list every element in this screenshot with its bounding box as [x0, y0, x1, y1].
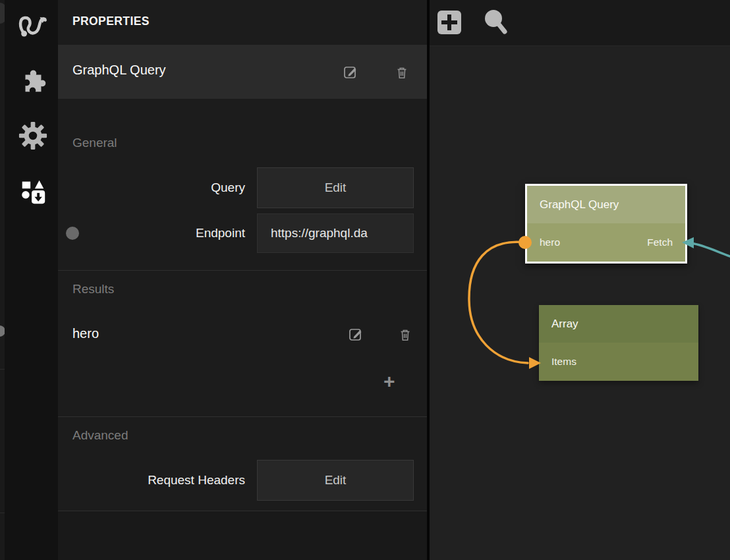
query-edit-button[interactable]: Edit [257, 167, 414, 208]
node-canvas[interactable]: GraphQL Query hero Fetch Array Items [430, 0, 730, 560]
selected-node-name: GraphQL Query [72, 63, 166, 78]
noodl-logo-icon[interactable] [16, 6, 50, 40]
rename-node-icon[interactable] [342, 64, 359, 81]
query-label: Query [72, 181, 245, 195]
selected-node-header[interactable]: GraphQL Query [58, 45, 427, 99]
edit-result-icon[interactable] [347, 326, 364, 343]
section-divider [58, 270, 427, 271]
background-window-edge [0, 0, 5, 560]
add-result-button[interactable]: + [383, 370, 395, 393]
panel-title: PROPERTIES [72, 14, 150, 28]
result-item-name: hero [72, 326, 99, 341]
request-headers-label: Request Headers [72, 473, 245, 488]
request-headers-edit-button[interactable]: Edit [257, 460, 414, 501]
background-blob [0, 3, 5, 24]
section-general-label: General [72, 136, 117, 150]
port-hero[interactable]: hero [540, 237, 560, 248]
components-puzzle-icon[interactable] [16, 64, 50, 98]
search-icon[interactable] [482, 9, 509, 36]
section-advanced-label: Advanced [72, 428, 128, 443]
canvas-toolbar [430, 0, 730, 46]
settings-gear-icon[interactable] [16, 119, 50, 153]
background-dot [0, 325, 5, 337]
node-title: GraphQL Query [527, 186, 685, 223]
properties-panel: PROPERTIES GraphQL Query General Query E [58, 0, 427, 560]
delete-node-icon[interactable] [393, 64, 410, 81]
endpoint-input[interactable]: https://graphql.da [257, 213, 414, 253]
endpoint-label: Endpoint [72, 226, 245, 240]
add-node-icon[interactable] [436, 9, 463, 36]
panel-bottom-area [58, 511, 427, 560]
section-results-label: Results [72, 282, 114, 296]
port-fetch[interactable]: Fetch [647, 237, 673, 248]
section-divider [58, 416, 427, 417]
node-array[interactable]: Array Items [539, 305, 698, 381]
node-library-icon[interactable] [16, 174, 50, 208]
node-title: Array [539, 305, 698, 343]
main-sidebar [5, 0, 58, 560]
app-window: PROPERTIES GraphQL Query General Query E [0, 0, 730, 560]
delete-result-icon[interactable] [397, 326, 414, 343]
port-items[interactable]: Items [551, 356, 576, 368]
node-graphql-query[interactable]: GraphQL Query hero Fetch [525, 184, 687, 264]
